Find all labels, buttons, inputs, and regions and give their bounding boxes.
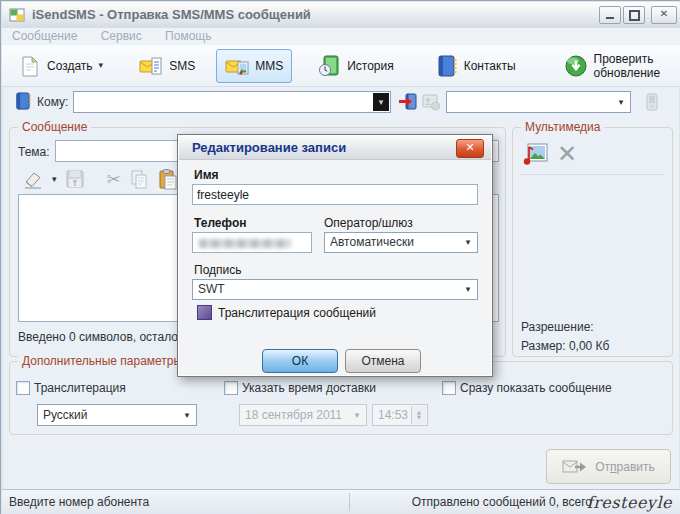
transliteration-checkbox[interactable] — [16, 381, 30, 395]
recipient-combobox[interactable]: ▾ — [73, 91, 391, 113]
dropdown-icon: ▾ — [619, 98, 624, 107]
message-group-legend: Сообщение — [18, 120, 91, 134]
send-envelope-icon — [562, 457, 588, 477]
dialog-transliteration-label: Транслитерация сообщений — [218, 306, 376, 320]
date-value: 18 сентября 2011 — [245, 408, 342, 422]
new-document-icon — [17, 54, 41, 78]
delivery-time-checkbox[interactable] — [224, 381, 238, 395]
dropdown-icon: ▾ — [379, 98, 384, 107]
status-right-text: Отправлено сообщений 0, всего — [412, 495, 592, 509]
ok-button[interactable]: ОК — [262, 349, 338, 373]
resolution-label: Разрешение: — [521, 320, 594, 334]
check-update-label: Проверить обновление — [594, 52, 663, 80]
signature-dropdown-button[interactable]: ▾ — [460, 281, 476, 298]
subject-label: Тема: — [18, 145, 50, 159]
time-value: 14:53 — [378, 408, 408, 422]
minimize-icon — [606, 17, 614, 19]
recipient-dropdown-button[interactable]: ▾ — [373, 93, 389, 111]
operator-label: Оператор/шлюз — [324, 216, 413, 230]
operator-value: Автоматически — [330, 235, 414, 249]
signature-value: SWT — [198, 282, 225, 296]
spin-down-icon: ▼ — [417, 415, 421, 420]
operator-dropdown-button[interactable]: ▾ — [460, 234, 476, 251]
edit-record-dialog: Редактирование записи ✕ Имя Телефон Опер… — [177, 134, 493, 377]
time-spinner: 14:53 ▲ ▼ — [372, 404, 428, 426]
status-left-text: Введите номер абонента — [9, 495, 149, 509]
send-button: Отправить — [546, 449, 671, 484]
sms-label: SMS — [169, 59, 195, 73]
phone-icon — [642, 92, 662, 112]
menu-message[interactable]: Сообщение — [2, 28, 87, 44]
phone-input[interactable] — [192, 232, 312, 253]
mms-button[interactable]: MMS — [216, 49, 292, 83]
signature-combobox[interactable]: SWT ▾ — [192, 279, 478, 300]
paste-clipboard-icon[interactable] — [157, 168, 179, 190]
dialog-transliteration-checkbox[interactable] — [197, 305, 212, 320]
name-input[interactable] — [192, 184, 478, 205]
dropdown-icon: ▾ — [466, 238, 471, 247]
create-button[interactable]: Создать ▾ — [8, 49, 112, 83]
cancel-button[interactable]: Отмена — [345, 349, 421, 373]
status-bar: Введите номер абонента Отправлено сообще… — [2, 489, 680, 514]
window-title: iSendSMS - Отправка SMS/MMS сообщений — [32, 7, 311, 22]
address-book-icon — [13, 92, 32, 111]
contacts-label: Контакты — [464, 59, 516, 73]
language-dropdown-button[interactable]: ▾ — [179, 406, 195, 424]
operator-combobox[interactable]: Автоматически ▾ — [324, 232, 478, 253]
close-button[interactable]: ✕ — [651, 6, 677, 24]
contacts-button[interactable]: Контакты — [425, 49, 525, 83]
gateway-combobox[interactable]: ▾ — [446, 91, 631, 113]
dialog-close-icon: ✕ — [465, 141, 474, 154]
send-label: Отправить — [595, 460, 655, 474]
history-button[interactable]: История — [308, 49, 403, 83]
media-divider — [521, 174, 664, 175]
add-media-icon[interactable] — [521, 142, 549, 168]
multimedia-group: Мультимедиа ✕ Разрешение: Размер: 0,00 К… — [512, 127, 673, 357]
pick-contact-icon[interactable] — [398, 92, 418, 112]
dialog-title-bar[interactable]: Редактирование записи ✕ — [179, 136, 491, 160]
watermark-signature: fresteeyle — [587, 493, 672, 512]
create-label: Создать — [47, 59, 93, 73]
time-spin-buttons: ▲ ▼ — [411, 406, 426, 424]
name-label: Имя — [194, 168, 219, 182]
dropdown-icon: ▾ — [185, 411, 190, 420]
gateway-dropdown-button[interactable]: ▾ — [613, 93, 629, 111]
delivery-time-label: Указать время доставки — [242, 381, 376, 395]
check-update-button[interactable]: Проверить обновление — [555, 47, 672, 85]
size-label: Размер: 0,00 Кб — [521, 339, 609, 353]
menu-service[interactable]: Сервис — [91, 28, 152, 44]
date-combobox: 18 сентября 2011 ▾ — [239, 404, 367, 426]
sms-envelope-icon — [139, 54, 163, 78]
dialog-close-button[interactable]: ✕ — [456, 139, 484, 158]
dropdown-icon: ▾ — [466, 285, 471, 294]
create-dropdown-icon[interactable]: ▾ — [99, 61, 104, 70]
history-book-clock-icon — [317, 54, 341, 78]
mms-envelope-icon — [225, 54, 249, 78]
cut-scissors-icon: ✂ — [107, 169, 121, 189]
multimedia-group-legend: Мультимедиа — [521, 120, 604, 134]
app-icon — [9, 7, 25, 23]
save-contact-icon — [421, 92, 441, 112]
app-window: iSendSMS - Отправка SMS/MMS сообщений ✕ … — [0, 0, 680, 514]
clear-eraser-icon[interactable] — [22, 168, 44, 190]
char-counter: Введено 0 символов, осталось — [18, 330, 190, 344]
minimize-button[interactable] — [599, 6, 621, 24]
copy-icon — [129, 169, 149, 189]
title-bar: iSendSMS - Отправка SMS/MMS сообщений ✕ — [2, 2, 680, 29]
signature-label: Подпись — [194, 263, 242, 277]
show-message-label: Сразу показать сообщение — [460, 381, 612, 395]
dialog-title: Редактирование записи — [192, 140, 346, 155]
menu-help[interactable]: Помощь — [155, 28, 221, 44]
history-label: История — [347, 59, 394, 73]
restore-button[interactable] — [623, 6, 645, 24]
clear-dropdown-icon[interactable]: ▾ — [52, 175, 57, 184]
language-combobox[interactable]: Русский ▾ — [37, 404, 197, 426]
contacts-book-icon — [434, 54, 458, 78]
date-dropdown-button: ▾ — [349, 406, 365, 424]
params-group-legend: Дополнительные параметры — [18, 354, 186, 368]
show-message-checkbox[interactable] — [442, 381, 456, 395]
sms-button[interactable]: SMS — [130, 49, 204, 83]
close-icon: ✕ — [660, 8, 668, 19]
remove-media-icon: ✕ — [557, 142, 577, 166]
to-label: Кому: — [37, 95, 68, 109]
